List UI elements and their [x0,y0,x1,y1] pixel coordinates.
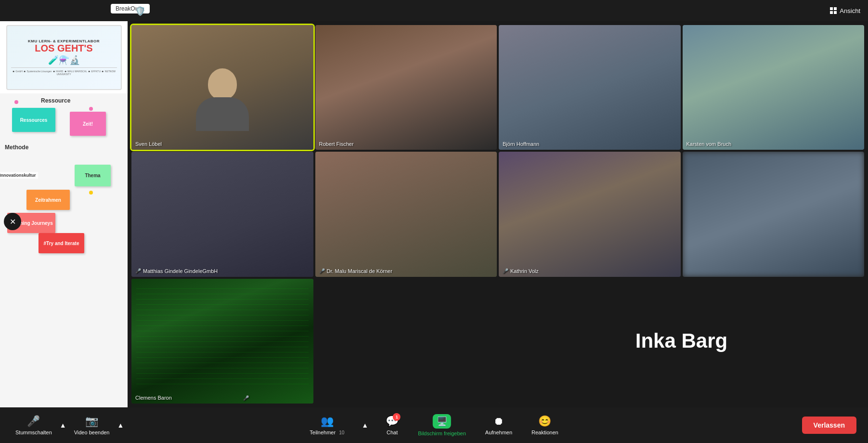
mute-chevron[interactable]: ▲ [58,419,68,431]
dot-pink [14,100,18,104]
participants-label: Teilnehmer [310,430,336,435]
name-karsten: Karsten vom Bruch [687,141,732,147]
sidebar: KMU LERN- & EXPERIMENTLABOR LOS GEHT'S 🧪… [0,21,128,407]
logo-footer: ◾ GmbH ◾ Systemische Lösungen ◾ IKARD ◾ … [11,67,117,76]
reactions-icon: 😊 [538,415,551,428]
name-bjorn: Björn Hoffmann [503,141,539,147]
participants-chevron[interactable]: ▲ [360,419,370,431]
share-screen-button[interactable]: 🖥️ Bildschirm freigeben [414,412,470,438]
reactions-button[interactable]: 😊 Reaktionen [528,413,562,437]
main-content: KMU LERN- & EXPERIMENTLABOR LOS GEHT'S 🧪… [0,21,868,407]
bar-center: 👥 Teilnehmer 10 ▲ 💬 1 Chat 🖥️ Bildschirm… [306,412,562,438]
share-screen-icon-wrapper: 🖥️ [433,414,451,429]
close-button[interactable]: ✕ [4,213,21,230]
sticky-zeitrahmen[interactable]: Zeitrahmen [26,190,70,210]
record-icon: ⏺ [493,415,504,428]
video-cell-bjorn[interactable]: Björn Hoffmann [499,25,681,150]
record-button[interactable]: ⏺ Aufnehmen [481,413,516,437]
top-bar: BreakOut... 🛡️ Ansicht [0,0,868,21]
name-kathrin: 🎤 Kathrin Volz [503,268,539,274]
mute-button[interactable]: 🎤 Stummschalten [12,413,56,437]
participants-icon: 👥 [321,415,334,427]
muted-icon-malu: 🎤 [319,268,325,274]
video-cell-robert[interactable]: Robert Fischer [315,25,497,150]
muted-icon-matthias: 🎤 [135,268,141,274]
dot-yellow [89,191,93,195]
logo-title: KMU LERN- & EXPERIMENTLABOR LOS GEHT'S [28,39,100,53]
muted-icon-clemens: 🎤 [243,395,249,401]
sticky-ressources[interactable]: Ressources [12,108,55,132]
record-label: Aufnehmen [485,430,512,435]
logo-box: KMU LERN- & EXPERIMENTLABOR LOS GEHT'S 🧪… [6,25,122,90]
ressource-label: Ressource [41,97,70,104]
share-label: Bildschirm freigeben [418,430,466,436]
chat-button[interactable]: 💬 1 Chat [382,413,402,437]
bottom-bar: 🎤 Stummschalten ▲ 📷 Video beenden ▲ 👥 Te… [0,407,868,443]
ansicht-button[interactable]: Ansicht [830,7,860,14]
sticky-thema[interactable]: Thema [75,165,111,186]
video-chevron[interactable]: ▲ [116,419,126,431]
methode-label: Methode [5,144,28,151]
camera-icon: 📷 [85,415,98,428]
video-label: Video beenden [74,430,110,435]
innovationskultur-label: Innovationskultur [0,172,38,179]
bar-right: Verlassen [802,417,856,434]
mute-label: Stummschalten [15,430,52,435]
leave-button[interactable]: Verlassen [802,417,856,434]
video-cell-karsten[interactable]: Karsten vom Bruch [683,25,865,150]
video-area: Sven Löbel Robert Fischer Björn Hoffmann [128,21,868,407]
grid-icon [830,7,837,14]
video-button[interactable]: 📷 Video beenden [70,413,114,437]
chat-label: Chat [387,430,398,435]
name-robert: Robert Fischer [319,141,354,147]
video-cell-clemens[interactable]: Clemens Baron 🎤 [131,279,313,404]
participants-count: 10 [339,430,344,435]
video-cell-sven[interactable]: Sven Löbel [131,25,313,150]
ansicht-label: Ansicht [840,7,860,14]
video-cell-kathrin[interactable]: 🎤 Kathrin Volz [499,152,681,276]
video-cell-inka[interactable]: Inka Barg [499,279,864,404]
bar-left: 🎤 Stummschalten ▲ 📷 Video beenden ▲ [12,413,126,437]
chat-icon-wrapper: 💬 1 [386,415,399,428]
sidebar-board: Ressource Ressources Zeit! Methode ✕ Inn… [0,93,128,407]
participants-icon-wrapper: 👥 [321,415,334,428]
logo-icons: 🧪⚗️🔬 [48,55,80,65]
video-cell-malu[interactable]: 🎤 Dr. Malu Mariscal de Körner [315,152,497,276]
partial-label: n [0,383,0,388]
muted-icon-kathrin: 🎤 [503,268,508,274]
video-cell-empty1 [315,279,497,404]
name-sven: Sven Löbel [135,141,162,147]
name-clemens: Clemens Baron 🎤 [135,395,172,401]
participants-button[interactable]: 👥 Teilnehmer 10 [306,413,348,437]
reactions-label: Reaktionen [531,430,558,435]
dot-pink2 [89,107,93,111]
microphone-icon: 🎤 [27,415,40,428]
inka-name-display: Inka Barg [635,329,727,352]
video-cell-blurred[interactable] [683,152,865,276]
video-grid: Sven Löbel Robert Fischer Björn Hoffmann [131,25,864,404]
video-cell-matthias[interactable]: 🎤 Matthias Gindele GindeleGmbH [131,152,313,276]
shield-icon: 🛡️ [135,6,144,15]
name-matthias: 🎤 Matthias Gindele GindeleGmbH [135,268,218,274]
name-malu: 🎤 Dr. Malu Mariscal de Körner [319,268,392,274]
sidebar-logo: KMU LERN- & EXPERIMENTLABOR LOS GEHT'S 🧪… [0,21,128,93]
share-screen-icon: 🖥️ [437,417,447,426]
sticky-zeit[interactable]: Zeit! [70,112,106,136]
sticky-try-iterate[interactable]: #Try and Iterate [39,233,84,253]
chat-badge: 1 [393,413,401,421]
